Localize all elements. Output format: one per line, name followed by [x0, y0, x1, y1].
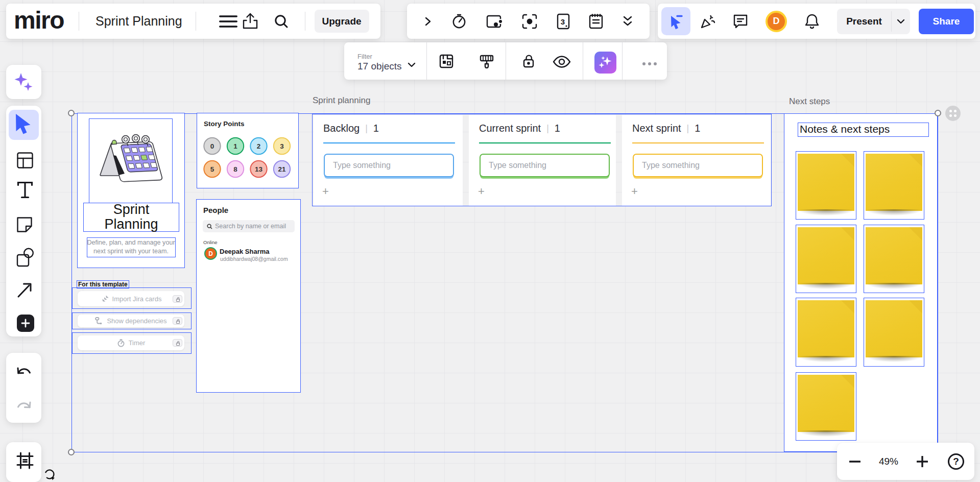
svg-text:2: 2 [256, 142, 260, 150]
svg-text:21: 21 [278, 165, 286, 173]
svg-text:5: 5 [210, 165, 214, 173]
svg-text:3: 3 [280, 142, 284, 150]
svg-text:1: 1 [233, 142, 237, 150]
svg-text:8: 8 [233, 165, 237, 173]
svg-text:0: 0 [210, 142, 214, 150]
svg-text:13: 13 [254, 165, 262, 173]
svg-text:3: 3 [560, 17, 564, 26]
